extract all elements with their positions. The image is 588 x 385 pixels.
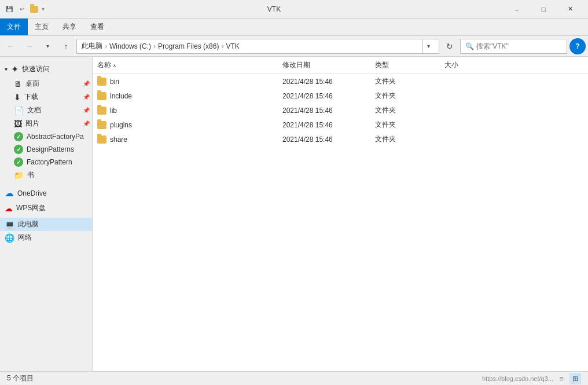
breadcrumb-program-files[interactable]: Program Files (x86) bbox=[158, 42, 219, 50]
quick-access-label: 快速访问 bbox=[22, 64, 50, 74]
menu-item-view[interactable]: 查看 bbox=[83, 19, 111, 35]
window-save-icon: 💾 bbox=[5, 5, 14, 14]
sidebar-item-onedrive[interactable]: ☁ OneDrive bbox=[0, 185, 92, 201]
help-button[interactable]: ? bbox=[569, 38, 586, 54]
file-type-share: 文件夹 bbox=[370, 133, 440, 145]
file-size-share bbox=[440, 138, 498, 141]
file-type-include: 文件夹 bbox=[370, 90, 440, 102]
computer-icon: 💻 bbox=[5, 220, 14, 229]
sort-arrow-name: ∧ bbox=[113, 63, 116, 68]
pin-icon-desktop: 📌 bbox=[83, 80, 90, 87]
nav-dropdown-button[interactable]: ▾ bbox=[39, 38, 56, 54]
search-bar[interactable]: 🔍 bbox=[460, 39, 567, 54]
sidebar-item-wps[interactable]: ☁ WPS网盘 bbox=[0, 201, 92, 215]
file-name-lib: lib bbox=[93, 105, 278, 116]
file-type-lib: 文件夹 bbox=[370, 104, 440, 116]
column-header-type[interactable]: 类型 bbox=[370, 59, 440, 71]
book-label: 书 bbox=[27, 170, 87, 180]
pictures-icon: 🖼 bbox=[14, 119, 22, 129]
sidebar-item-book[interactable]: 📁 书 bbox=[0, 168, 92, 182]
file-size-lib bbox=[440, 109, 498, 112]
file-date-plugins: 2021/4/28 15:46 bbox=[278, 120, 370, 130]
file-name-plugins: plugins bbox=[93, 120, 278, 130]
sidebar-item-this-computer[interactable]: 💻 此电脑 bbox=[0, 218, 92, 231]
sidebar-item-design-patterns[interactable]: ✓ DesignPatterns bbox=[0, 143, 92, 156]
search-icon: 🔍 bbox=[465, 42, 474, 50]
folder-icon-plugins bbox=[97, 121, 106, 129]
network-icon: 🌐 bbox=[5, 233, 14, 243]
maximize-button[interactable]: □ bbox=[530, 0, 557, 19]
table-row[interactable]: include 2021/4/28 15:46 文件夹 bbox=[93, 89, 588, 103]
file-date-bin: 2021/4/28 15:46 bbox=[278, 76, 370, 87]
status-right: https://blog.csdn.net/q3... ≡ ⊞ bbox=[482, 373, 581, 384]
folder-icon-lib bbox=[97, 107, 106, 115]
sidebar-item-abstract-factory[interactable]: ✓ AbstractFactoryPa bbox=[0, 130, 92, 143]
pin-icon-documents: 📌 bbox=[83, 107, 90, 113]
sidebar-item-download[interactable]: ⬇ 下载 📌 bbox=[0, 90, 92, 104]
design-patterns-green-icon: ✓ bbox=[14, 145, 23, 154]
download-label: 下载 bbox=[24, 92, 87, 102]
file-type-bin: 文件夹 bbox=[370, 75, 440, 87]
sidebar-item-factory-pattern[interactable]: ✓ FactoryPattern bbox=[0, 156, 92, 168]
title-bar: 💾 ↩ ▾ VTK – □ ✕ bbox=[0, 0, 588, 19]
minimize-button[interactable]: – bbox=[504, 0, 530, 19]
file-date-include: 2021/4/28 15:46 bbox=[278, 91, 370, 101]
breadcrumb-this-computer[interactable]: 此电脑 bbox=[82, 41, 102, 51]
file-name-bin: bin bbox=[93, 76, 278, 87]
grid-view-button[interactable]: ⊞ bbox=[569, 373, 581, 384]
column-header-date[interactable]: 修改日期 bbox=[278, 59, 370, 71]
sidebar-item-network[interactable]: 🌐 网络 bbox=[0, 231, 92, 244]
back-button[interactable]: ← bbox=[2, 38, 19, 54]
status-bar: 5 个项目 https://blog.csdn.net/q3... ≡ ⊞ bbox=[0, 371, 588, 385]
pin-icon-pictures: 📌 bbox=[83, 120, 90, 127]
table-row[interactable]: bin 2021/4/28 15:46 文件夹 bbox=[93, 74, 588, 89]
file-type-plugins: 文件夹 bbox=[370, 119, 440, 131]
file-name-share: share bbox=[93, 134, 278, 145]
address-bar[interactable]: 此电脑 › Windows (C:) › Program Files (x86)… bbox=[76, 39, 439, 54]
list-view-button[interactable]: ≡ bbox=[556, 373, 567, 384]
factory-pattern-green-icon: ✓ bbox=[14, 157, 23, 167]
forward-button[interactable]: → bbox=[21, 38, 37, 54]
menu-item-file[interactable]: 文件 bbox=[0, 19, 28, 35]
close-button[interactable]: ✕ bbox=[557, 0, 583, 19]
sidebar-item-pictures[interactable]: 🖼 图片 📌 bbox=[0, 117, 92, 130]
table-row[interactable]: plugins 2021/4/28 15:46 文件夹 bbox=[93, 118, 588, 132]
main-layout: ▾ ✦ 快速访问 🖥 桌面 📌 ⬇ 下载 📌 📄 文档 📌 🖼 图片 📌 bbox=[0, 57, 588, 371]
column-header-size[interactable]: 大小 bbox=[440, 59, 498, 71]
onedrive-label: OneDrive bbox=[17, 189, 47, 197]
documents-label: 文档 bbox=[27, 105, 87, 115]
table-row[interactable]: share 2021/4/28 15:46 文件夹 bbox=[93, 132, 588, 146]
sidebar-quick-access-header[interactable]: ▾ ✦ 快速访问 bbox=[0, 61, 92, 77]
table-row[interactable]: lib 2021/4/28 15:46 文件夹 bbox=[93, 103, 588, 118]
wps-icon: ☁ bbox=[5, 204, 13, 213]
network-label: 网络 bbox=[18, 233, 87, 243]
sidebar-item-desktop[interactable]: 🖥 桌面 📌 bbox=[0, 77, 92, 90]
search-input[interactable] bbox=[476, 42, 563, 50]
file-size-bin bbox=[440, 80, 498, 83]
documents-icon: 📄 bbox=[14, 106, 24, 115]
pin-icon-download: 📌 bbox=[83, 94, 90, 100]
file-list: bin 2021/4/28 15:46 文件夹 include 2021/4/2… bbox=[93, 74, 588, 371]
onedrive-icon: ☁ bbox=[5, 188, 14, 199]
menu-item-home[interactable]: 主页 bbox=[28, 19, 56, 35]
wps-label: WPS网盘 bbox=[16, 203, 46, 213]
url-hint: https://blog.csdn.net/q3... bbox=[482, 375, 553, 382]
breadcrumb-vtk[interactable]: VTK bbox=[226, 42, 239, 50]
menu-bar: 文件 主页 共享 查看 bbox=[0, 19, 588, 36]
window-controls: – □ ✕ bbox=[504, 0, 583, 19]
breadcrumb-drive[interactable]: Windows (C:) bbox=[109, 42, 151, 50]
folder-icon-bin bbox=[97, 78, 106, 86]
pictures-label: 图片 bbox=[25, 119, 87, 129]
sidebar-item-documents[interactable]: 📄 文档 📌 bbox=[0, 104, 92, 117]
factory-pattern-label: FactoryPattern bbox=[27, 158, 87, 166]
file-size-include bbox=[440, 95, 498, 97]
menu-item-share[interactable]: 共享 bbox=[56, 19, 83, 35]
address-dropdown-button[interactable]: ▾ bbox=[422, 39, 434, 54]
column-header-name[interactable]: 名称 ∧ bbox=[93, 59, 278, 71]
refresh-button[interactable]: ↻ bbox=[442, 38, 458, 54]
file-size-plugins bbox=[440, 124, 498, 126]
download-icon: ⬇ bbox=[14, 93, 21, 102]
item-count: 5 个项目 bbox=[7, 373, 34, 383]
up-button[interactable]: ↑ bbox=[58, 38, 74, 54]
abstract-factory-label: AbstractFactoryPa bbox=[27, 133, 87, 141]
